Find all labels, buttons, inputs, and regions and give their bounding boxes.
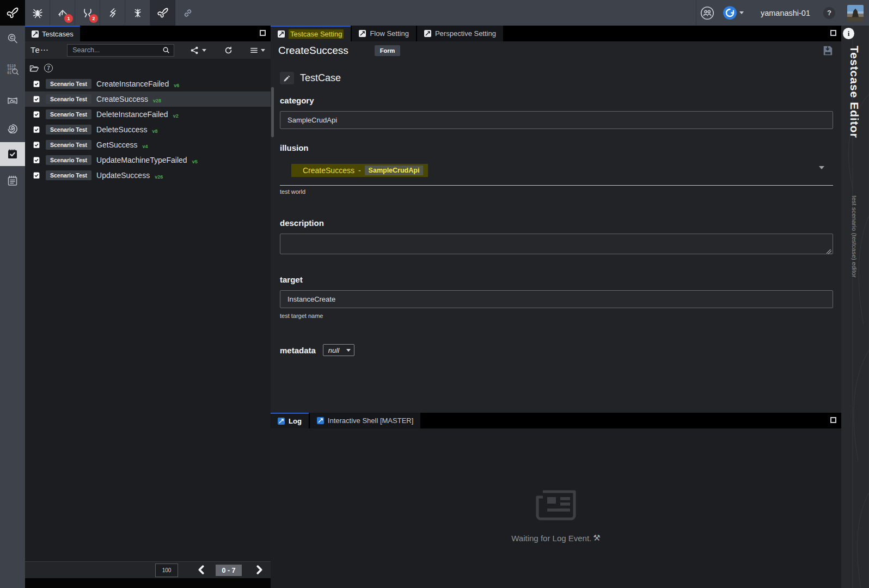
mite-tool-button[interactable] [125, 0, 150, 26]
testcase-row[interactable]: Scenario Test DeleteInstanceFailed v2 [25, 107, 271, 122]
section-title: TestCase [300, 72, 341, 84]
gavel-icon: ⚒ [593, 533, 600, 543]
search-box [67, 44, 174, 57]
refresh-button[interactable] [224, 46, 233, 55]
hierarchy-filter-button[interactable] [189, 46, 206, 55]
app-logo[interactable] [0, 0, 25, 26]
search-input[interactable] [71, 46, 162, 54]
tab-flow-setting[interactable]: Flow Setting [352, 26, 416, 41]
maximize-icon[interactable] [830, 417, 836, 423]
target-label: target [280, 275, 833, 284]
crawler-tool-button[interactable]: 1 [50, 0, 75, 26]
rail-binary-search-button[interactable]: 0110 1011 01 [0, 57, 25, 81]
testcases-toolbar: Te⋯ [25, 41, 271, 59]
log-content: Waiting for Log Event. ⚒ [271, 428, 841, 588]
illusion-separator: - [358, 166, 361, 175]
topbar: 1 2 [0, 0, 869, 26]
username[interactable]: yamanashi-01 [749, 9, 823, 17]
search-icon[interactable] [162, 46, 170, 54]
testcase-row[interactable]: Scenario Test UpdateMachineTypeFailed v5 [25, 152, 271, 168]
log-tabbar: Log Interactive Shell [MASTER] [271, 413, 841, 428]
testcase-name: DeleteInstanceFailed [96, 110, 168, 119]
chevron-down-icon [261, 49, 265, 52]
next-page-button[interactable] [256, 565, 263, 574]
link-tool-button[interactable] [175, 0, 200, 26]
target-input[interactable] [280, 290, 833, 308]
chevron-down-icon [739, 11, 744, 14]
rail-search-button[interactable] [0, 27, 25, 51]
tab-log[interactable]: Log [271, 413, 309, 428]
mite-icon [131, 7, 144, 20]
mandibles-tool-button[interactable]: 2 [75, 0, 100, 26]
butterfly-logo-icon [5, 5, 20, 21]
window-icon [32, 30, 39, 38]
help-button[interactable]: ? [823, 7, 835, 19]
page-range-badge: 0 - 7 [216, 565, 242, 576]
scrollbar-thumb[interactable] [271, 87, 274, 137]
topbar-right: yamanashi-01 ? [696, 0, 869, 26]
status-icon [723, 5, 737, 20]
tab-testcases[interactable]: Testcases [25, 26, 80, 41]
rail-notes-button[interactable] [0, 169, 25, 193]
maximize-icon[interactable] [260, 30, 266, 36]
category-label: category [280, 96, 833, 105]
avatar[interactable] [847, 5, 864, 21]
edit-button[interactable] [280, 72, 294, 84]
rail-testcases-button[interactable] [0, 142, 25, 166]
folder-icon [29, 64, 39, 72]
list-menu-button[interactable] [249, 46, 265, 54]
type-badge: Scenario Test [46, 125, 91, 134]
binary-search-icon: 0110 1011 01 [5, 62, 20, 76]
description-wrap [280, 234, 833, 256]
butterfly-icon [156, 6, 170, 20]
save-button[interactable] [822, 45, 834, 56]
editor-header: CreateSuccess Form [271, 41, 841, 60]
type-badge: Scenario Test [46, 79, 91, 89]
version-badge: v28 [153, 98, 161, 103]
rail-spiral-button[interactable] [0, 115, 25, 139]
image-icon [6, 94, 19, 107]
testcase-row[interactable]: Scenario Test UpdateSuccess v26 [25, 168, 271, 183]
maximize-icon[interactable] [830, 30, 836, 36]
testcase-row[interactable]: Scenario Test GetSuccess v4 [25, 137, 271, 152]
status-menu-button[interactable] [718, 0, 749, 26]
form-mode-button[interactable]: Form [375, 45, 401, 56]
svg-text:01: 01 [7, 71, 11, 75]
pagination-bar: 100 0 - 7 [25, 561, 271, 578]
users-button[interactable] [696, 0, 718, 26]
tab-label: Flow Setting [370, 29, 409, 38]
tab-testcase-setting[interactable]: Testcase Setting [271, 26, 351, 41]
category-input[interactable] [280, 111, 833, 129]
metadata-select[interactable]: null [323, 344, 354, 356]
page-title: CreateSuccess [278, 45, 348, 57]
description-textarea[interactable] [280, 234, 833, 254]
lightning-tool-button[interactable] [100, 0, 125, 26]
illusion-label: illusion [280, 143, 833, 152]
tab-interactive-shell[interactable]: Interactive Shell [MASTER] [310, 413, 421, 428]
testcase-name: CreateSuccess [96, 95, 148, 103]
testcase-name: UpdateMachineTypeFailed [96, 156, 187, 164]
info-icon[interactable]: i [843, 28, 854, 39]
chevron-down-icon [346, 349, 351, 352]
page-size-box[interactable]: 100 [155, 564, 178, 577]
illusion-select[interactable]: CreateSuccess - SampleCrudApi [280, 159, 833, 186]
type-badge: Scenario Test [46, 170, 91, 180]
folder-row[interactable]: 7 [25, 59, 271, 75]
butterfly-tool-button[interactable] [150, 0, 175, 26]
calendar-check-icon [32, 156, 41, 164]
prev-page-button[interactable] [198, 565, 205, 574]
rail-image-button[interactable] [0, 89, 25, 113]
editor-banner: i Testcase Editor test scenario (testcas… [841, 26, 869, 588]
calendar-check-icon [32, 110, 41, 119]
window-icon [359, 30, 366, 37]
version-badge: v5 [192, 159, 198, 164]
newspaper-icon [534, 488, 578, 522]
spider-tool-button[interactable] [25, 0, 50, 26]
calendar-check-icon [32, 125, 41, 134]
testcase-row[interactable]: Scenario Test DeleteSuccess v8 [25, 122, 271, 137]
testcase-row-selected[interactable]: Scenario Test CreateSuccess v28 [25, 91, 271, 107]
type-badge: Scenario Test [46, 94, 91, 104]
tab-perspective-setting[interactable]: Perspective Setting [417, 26, 503, 41]
testcase-row[interactable]: Scenario Test CreateInstanceFailed v6 [25, 76, 271, 91]
calendar-check-icon [32, 171, 41, 180]
